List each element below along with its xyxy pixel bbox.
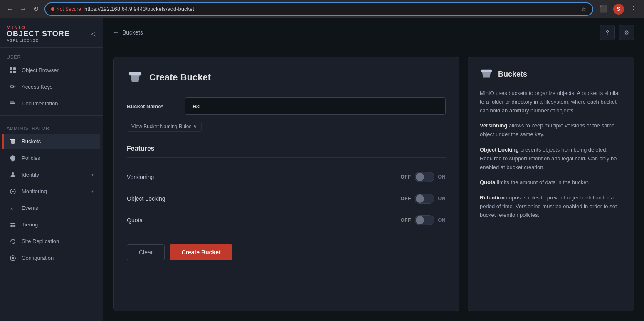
sidebar-collapse-button[interactable]: ◁ [91,30,96,37]
versioning-heading: Versioning [480,122,507,129]
quota-text: limits the amount of data in the bucket. [496,179,590,185]
quota-toggle-container: OFF ON [401,215,446,225]
url-text: https://192.168.64.9:9443/buckets/add-bu… [84,6,194,12]
sidebar: MINIO OBJECT STORE AGPL LICENSE ◁ User O… [0,18,103,321]
breadcrumb-link-buckets[interactable]: Buckets [122,29,143,36]
svg-rect-3 [13,71,16,73]
sidebar-item-access-keys[interactable]: Access Keys [2,79,100,95]
quota-label: Quota [127,217,401,224]
app-layout: MINIO OBJECT STORE AGPL LICENSE ◁ User O… [0,18,644,321]
svg-text:λ: λ [10,205,13,212]
versioning-toggle[interactable] [415,172,434,182]
sidebar-divider [0,115,103,116]
sidebar-item-buckets[interactable]: Buckets [2,134,100,149]
browser-chrome: ← → ↻ Not Secure https://192.168.64.9:94… [0,0,644,18]
browser-menu-button[interactable]: ⋮ [627,3,640,15]
sidebar-label-configuration: Configuration [22,255,54,261]
sidebar-item-site-replication[interactable]: Site Replication [2,234,100,249]
quota-toggle[interactable] [415,215,434,225]
doc-icon [9,100,17,107]
back-button[interactable]: ← [4,5,16,14]
object-locking-off-label: OFF [401,196,412,202]
sidebar-item-identity[interactable]: Identity ▾ [2,167,100,183]
sidebar-label-tiering: Tiering [22,221,38,228]
svg-rect-2 [10,71,12,73]
sidebar-label-access-keys: Access Keys [22,84,52,90]
sidebar-item-events[interactable]: λ Events [2,200,100,216]
quota-toggle-knob [416,216,424,224]
grid-icon [9,67,17,74]
sidebar-label-policies: Policies [22,155,40,161]
browser-nav: ← → ↻ [4,4,41,14]
breadcrumb-arrow: ← [113,29,119,36]
quota-row: Quota OFF ON [127,209,446,231]
svg-rect-21 [12,260,13,261]
sidebar-item-tiering[interactable]: Tiering [2,217,100,233]
bucket-name-input[interactable] [185,97,446,115]
svg-point-4 [11,85,14,88]
lambda-icon: λ [9,204,17,212]
card-header: Create Bucket [127,69,446,86]
address-bar[interactable]: Not Secure https://192.168.64.9:9443/buc… [44,2,593,16]
monitor-icon [9,188,17,195]
svg-rect-23 [15,258,16,259]
settings-button[interactable]: ⚙ [619,25,634,40]
layers-icon [9,221,17,229]
quota-heading: Quota [480,179,496,185]
svg-rect-0 [10,67,12,70]
info-versioning: Versioning allows to keep multiple versi… [480,122,622,139]
person-icon [9,171,17,179]
svg-rect-6 [15,87,15,88]
object-locking-on-label: ON [438,196,446,202]
address-bar-actions: ☆ [581,6,587,12]
sidebar-item-policies[interactable]: Policies [2,150,100,166]
extensions-button[interactable]: ⬛ [597,4,610,14]
bucket-card-icon [127,69,143,86]
gear-icon [9,254,17,262]
sidebar-label-documentation: Documentation [22,100,58,107]
sidebar-section-user: User [0,48,103,62]
sidebar-section-admin: Administrator [0,119,103,133]
naming-rules-button[interactable]: View Bucket Naming Rules ∨ [127,122,202,132]
object-locking-toggle[interactable] [415,194,434,204]
info-bucket-icon [480,67,493,81]
bucket-name-row: Bucket Name* [127,97,446,115]
features-divider [127,157,446,158]
key-icon [9,83,17,91]
card-title: Create Bucket [149,72,211,83]
bucket-icon [9,138,17,145]
svg-rect-11 [10,105,14,105]
locking-heading: Object Locking [480,147,519,153]
create-bucket-button[interactable]: Create Bucket [170,244,232,260]
forward-button[interactable]: → [17,5,29,14]
svg-point-13 [12,172,14,175]
info-para1: MinIO uses buckets to organize objects. … [480,89,622,115]
sidebar-item-object-browser[interactable]: Object Browser [2,62,100,78]
sync-icon [9,238,17,245]
top-bar-actions: ? ⚙ [600,25,634,40]
versioning-row: Versioning OFF ON [127,166,446,188]
info-locking: Object Locking prevents objects from bei… [480,146,622,172]
reload-button[interactable]: ↻ [31,4,41,14]
top-bar: ← Buckets ? ⚙ [103,18,644,47]
sidebar-item-configuration[interactable]: Configuration [2,250,100,266]
bookmark-icon[interactable]: ☆ [581,6,587,12]
naming-rules-text: View Bucket Naming Rules [131,124,192,129]
object-locking-label: Object Locking [127,195,401,202]
sidebar-item-documentation[interactable]: Documentation [2,96,100,112]
user-avatar[interactable]: S [613,4,624,15]
quota-on-label: ON [438,217,446,223]
help-button[interactable]: ? [600,25,615,40]
sidebar-item-monitoring[interactable]: Monitoring ▾ [2,184,100,199]
svg-rect-12 [10,139,15,140]
sidebar-logo: MINIO OBJECT STORE AGPL LICENSE ◁ [0,18,103,48]
clear-button[interactable]: Clear [127,244,165,260]
sidebar-label-site-replication: Site Replication [22,238,59,244]
svg-rect-1 [13,67,16,70]
not-secure-dot-icon [51,7,54,11]
help-icon: ? [606,29,609,36]
card-actions: Clear Create Bucket [127,244,446,260]
versioning-on-label: ON [438,174,446,180]
info-retention: Retention imposes rules to prevent objec… [480,194,622,219]
sidebar-label-monitoring: Monitoring [22,188,47,194]
